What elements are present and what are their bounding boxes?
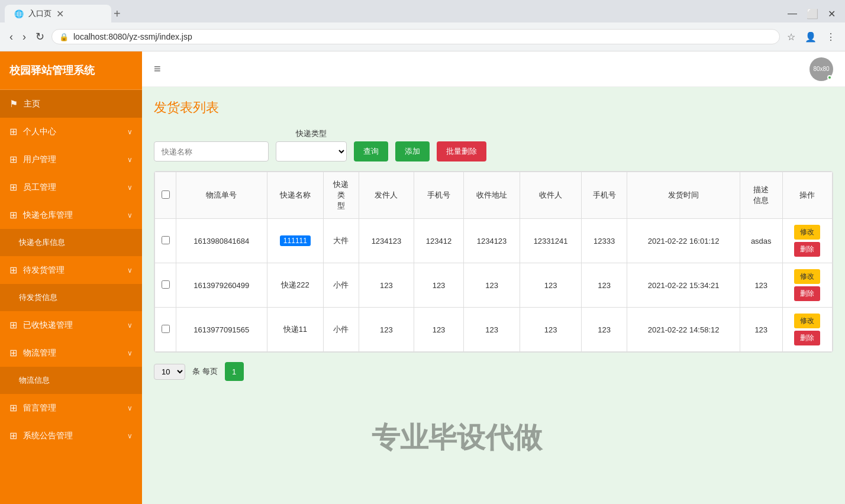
chevron-down-icon-received: ∨: [127, 321, 133, 329]
content-area: 发货表列表 快递类型 大件 小件 查询 添加: [142, 87, 845, 393]
sidebar-item-warehouse[interactable]: ⊞ 快递仓库管理 ∨: [0, 201, 142, 229]
table-body: 1613980841684 111111 大件 1234123 123412 1…: [155, 219, 833, 352]
data-table: 物流单号 快递名称 快递类型 发件人 手机号 收件地址 收件人 手机号 发货时间…: [154, 172, 833, 352]
sidebar: 校园驿站管理系统 ⚑ 主页 ⊞ 个人中心 ∨ ⊞ 用户管理 ∨ ⊞ 员工管理 ∨…: [0, 51, 142, 504]
bookmark-button[interactable]: ☆: [785, 29, 798, 45]
sidebar-item-pending[interactable]: ⊞ 待发货管理 ∨: [0, 256, 142, 284]
sidebar-item-logistics-info[interactable]: 物流信息: [0, 367, 142, 394]
page-1-button[interactable]: 1: [225, 362, 244, 381]
url-bar[interactable]: 🔒 localhost:8080/yz-ssmj/index.jsp: [51, 29, 780, 44]
sidebar-item-received[interactable]: ⊞ 已收快递管理 ∨: [0, 311, 142, 339]
cell-description: 123: [740, 308, 782, 352]
col-ship-time: 发货时间: [627, 172, 740, 219]
cell-ship-time: 2021-02-22 16:01:12: [627, 219, 740, 263]
row-checkbox-0[interactable]: [162, 236, 170, 244]
delete-button-1[interactable]: 删除: [794, 286, 820, 301]
col-phone: 手机号: [414, 172, 464, 219]
express-type-select[interactable]: 大件 小件: [276, 141, 347, 161]
sidebar-item-user[interactable]: ⊞ 用户管理 ∨: [0, 146, 142, 173]
row-checkbox-2[interactable]: [162, 325, 170, 333]
row-checkbox-1[interactable]: [162, 280, 170, 289]
express-type-filter: 快递类型 大件 小件: [276, 128, 347, 161]
cell-receiver-phone: 123: [581, 263, 627, 308]
sidebar-sub-logistics: 物流信息: [0, 367, 142, 394]
cell-express-type: 小件: [324, 308, 359, 352]
url-text: localhost:8080/yz-ssmj/index.jsp: [73, 32, 192, 41]
sidebar-item-label-personal: 个人中心: [23, 127, 121, 137]
cell-ship-time: 2021-02-22 15:34:21: [627, 263, 740, 308]
hamburger-menu-button[interactable]: ≡: [154, 62, 161, 76]
col-order-no: 物流单号: [176, 172, 267, 219]
sidebar-item-employee[interactable]: ⊞ 员工管理 ∨: [0, 173, 142, 201]
page-size-select[interactable]: 10 20 50: [154, 364, 185, 380]
chevron-down-icon-pending: ∨: [127, 266, 133, 274]
sidebar-item-message[interactable]: ⊞ 留言管理 ∨: [0, 394, 142, 422]
online-indicator: [827, 75, 832, 80]
edit-button-0[interactable]: 修改: [794, 225, 820, 240]
sidebar-item-label-warehouse: 快递仓库管理: [23, 210, 121, 221]
close-window-button[interactable]: ✕: [828, 8, 836, 20]
col-receiver: 收件人: [520, 172, 582, 219]
edit-button-2[interactable]: 修改: [794, 314, 820, 328]
browser-tab[interactable]: 🌐 入口页 ✕: [5, 5, 111, 22]
cell-express-name: 111111: [267, 219, 324, 263]
table-row: 1613979260499 快递222 小件 123 123 123 123 1…: [155, 263, 833, 308]
chevron-down-icon: ∨: [127, 128, 133, 136]
sidebar-item-personal[interactable]: ⊞ 个人中心 ∨: [0, 118, 142, 146]
sidebar-item-label-user: 用户管理: [23, 154, 121, 165]
cell-ship-time: 2021-02-22 14:58:12: [627, 308, 740, 352]
maximize-button[interactable]: ⬜: [807, 8, 818, 20]
add-button[interactable]: 添加: [395, 141, 430, 161]
col-actions: 操作: [782, 172, 833, 219]
chevron-down-icon-notice: ∨: [127, 432, 133, 440]
express-name-text: 快递11: [283, 325, 307, 334]
row-checkbox-cell: [155, 308, 176, 352]
col-receiver-phone: 手机号: [581, 172, 627, 219]
sidebar-item-label-notice: 系统公告管理: [23, 431, 121, 441]
query-button[interactable]: 查询: [354, 141, 388, 161]
tab-bar: 🌐 入口页 ✕ + — ⬜ ✕: [0, 0, 845, 22]
header: ≡ 80x80: [142, 51, 845, 87]
main-content: 发货表列表 快递类型 大件 小件 查询 添加: [142, 87, 845, 504]
edit-button-1[interactable]: 修改: [794, 269, 820, 284]
back-button[interactable]: ‹: [7, 28, 15, 46]
sidebar-item-label-home: 主页: [24, 99, 133, 109]
tab-favicon: 🌐: [14, 9, 24, 18]
minimize-button[interactable]: —: [788, 8, 797, 20]
chevron-down-icon-logistics: ∨: [127, 349, 133, 357]
cell-actions: 修改 删除: [782, 308, 833, 352]
sidebar-item-warehouse-info[interactable]: 快递仓库信息: [0, 229, 142, 256]
express-name-input[interactable]: [154, 141, 269, 161]
new-tab-button[interactable]: +: [114, 7, 121, 21]
warehouse-icon: ⊞: [9, 209, 17, 221]
app: 校园驿站管理系统 ⚑ 主页 ⊞ 个人中心 ∨ ⊞ 用户管理 ∨ ⊞ 员工管理 ∨…: [0, 51, 845, 504]
profile-button[interactable]: 👤: [802, 29, 819, 45]
row-checkbox-cell: [155, 219, 176, 263]
avatar: 80x80: [809, 57, 833, 81]
table-row: 1613977091565 快递11 小件 123 123 123 123 12…: [155, 308, 833, 352]
tab-close-button[interactable]: ✕: [56, 8, 64, 20]
sidebar-item-logistics[interactable]: ⊞ 物流管理 ∨: [0, 339, 142, 367]
cell-address: 1234123: [463, 219, 520, 263]
delete-button-2[interactable]: 删除: [794, 331, 820, 345]
sidebar-item-label-message: 留言管理: [23, 403, 121, 413]
sidebar-item-pending-info[interactable]: 待发货信息: [0, 284, 142, 311]
refresh-button[interactable]: ↻: [33, 28, 47, 46]
sidebar-item-notice[interactable]: ⊞ 系统公告管理 ∨: [0, 422, 142, 450]
pending-icon: ⊞: [9, 264, 17, 276]
select-all-checkbox[interactable]: [162, 190, 170, 199]
sidebar-item-label-logistics-info: 物流信息: [19, 375, 133, 386]
received-icon: ⊞: [9, 319, 17, 331]
sidebar-item-label-pending: 待发货管理: [23, 265, 121, 276]
forward-button[interactable]: ›: [20, 28, 28, 46]
chevron-down-icon-user: ∨: [127, 156, 133, 164]
cell-sender: 123: [359, 308, 414, 352]
batch-delete-button[interactable]: 批量删除: [437, 141, 486, 161]
cell-phone: 123: [414, 263, 464, 308]
browser-chrome: 🌐 入口页 ✕ + — ⬜ ✕ ‹ › ↻ 🔒 localhost:8080/y…: [0, 0, 845, 51]
delete-button-0[interactable]: 删除: [794, 242, 820, 257]
cell-order-no: 1613980841684: [176, 219, 267, 263]
sidebar-item-home[interactable]: ⚑ 主页: [0, 90, 142, 118]
menu-button[interactable]: ⋮: [824, 29, 838, 45]
express-name-tag: 111111: [280, 235, 311, 246]
